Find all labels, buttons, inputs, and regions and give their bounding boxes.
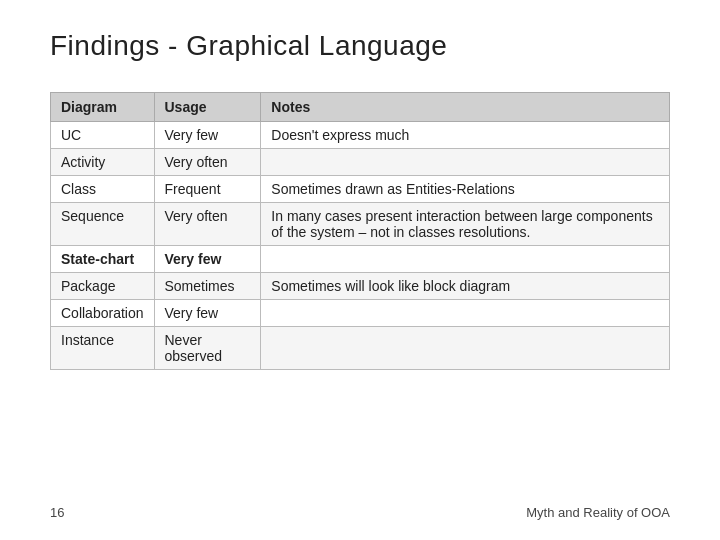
cell-notes: Doesn't express much — [261, 122, 670, 149]
cell-diagram: Package — [51, 273, 155, 300]
cell-usage: Sometimes — [154, 273, 261, 300]
cell-notes: Sometimes drawn as Entities-Relations — [261, 176, 670, 203]
col-header-usage: Usage — [154, 93, 261, 122]
cell-notes — [261, 327, 670, 370]
table-row: SequenceVery oftenIn many cases present … — [51, 203, 670, 246]
col-header-diagram: Diagram — [51, 93, 155, 122]
page-title: Findings - Graphical Language — [50, 30, 670, 62]
cell-diagram: Instance — [51, 327, 155, 370]
col-header-notes: Notes — [261, 93, 670, 122]
cell-notes — [261, 246, 670, 273]
cell-notes: Sometimes will look like block diagram — [261, 273, 670, 300]
table-row: ClassFrequentSometimes drawn as Entities… — [51, 176, 670, 203]
footer: 16 Myth and Reality of OOA — [50, 495, 670, 520]
cell-diagram: Class — [51, 176, 155, 203]
table-row: PackageSometimesSometimes will look like… — [51, 273, 670, 300]
cell-usage: Very often — [154, 149, 261, 176]
cell-diagram: State-chart — [51, 246, 155, 273]
cell-usage: Never observed — [154, 327, 261, 370]
findings-table: Diagram Usage Notes UCVery fewDoesn't ex… — [50, 92, 670, 370]
cell-notes — [261, 300, 670, 327]
table-row: State-chartVery few — [51, 246, 670, 273]
footer-text: Myth and Reality of OOA — [526, 505, 670, 520]
cell-usage: Very often — [154, 203, 261, 246]
cell-diagram: Activity — [51, 149, 155, 176]
cell-diagram: Sequence — [51, 203, 155, 246]
page-number: 16 — [50, 505, 64, 520]
table-row: InstanceNever observed — [51, 327, 670, 370]
page: Findings - Graphical Language Diagram Us… — [0, 0, 720, 540]
table-row: CollaborationVery few — [51, 300, 670, 327]
table-row: ActivityVery often — [51, 149, 670, 176]
cell-usage: Very few — [154, 246, 261, 273]
cell-notes: In many cases present interaction betwee… — [261, 203, 670, 246]
table-header-row: Diagram Usage Notes — [51, 93, 670, 122]
cell-usage: Frequent — [154, 176, 261, 203]
table-row: UCVery fewDoesn't express much — [51, 122, 670, 149]
cell-usage: Very few — [154, 122, 261, 149]
cell-diagram: Collaboration — [51, 300, 155, 327]
cell-usage: Very few — [154, 300, 261, 327]
cell-diagram: UC — [51, 122, 155, 149]
cell-notes — [261, 149, 670, 176]
